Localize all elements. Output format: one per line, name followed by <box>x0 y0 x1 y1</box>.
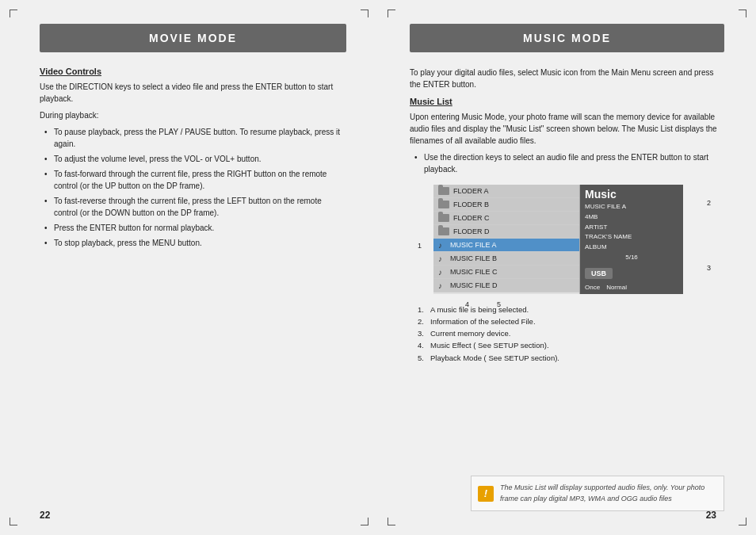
corner-mark-br-r <box>739 518 746 525</box>
music-note-icon-c: ♪ <box>438 268 446 276</box>
numbered-list: 1. A music file is being selected. 2. In… <box>418 304 724 364</box>
music-list-section: Music List Upon entering Music Mode, you… <box>410 97 724 175</box>
music-file-label-c: MUSIC FILE C <box>450 268 498 276</box>
video-controls-section: Video Controls Use the DIRECTION keys to… <box>40 67 346 249</box>
callout-1: 1 <box>418 242 422 250</box>
callout-2: 2 <box>707 199 711 207</box>
bullet-5: Press the ENTER button for normal playba… <box>44 222 346 234</box>
file-list: FLODER A FLODER B FLODER C FLODER D <box>433 185 580 294</box>
normal-label: Normal <box>606 284 627 291</box>
folder-icon-d <box>438 227 449 235</box>
diagram-box: FLODER A FLODER B FLODER C FLODER D <box>433 185 687 294</box>
folder-label-b: FLODER B <box>453 201 489 208</box>
info-album: ALBUM <box>585 243 678 253</box>
right-page-number: 23 <box>706 510 716 521</box>
movie-mode-header: MOVIE MODE <box>40 24 346 52</box>
music-list-title: Music List <box>410 97 724 106</box>
numbered-item-1: 1. A music file is being selected. <box>418 304 724 315</box>
numbered-item-5: 5. Playback Mode ( See SETUP section). <box>418 352 724 364</box>
during-playback-label: During playback: <box>40 109 346 121</box>
info-counter: 5/16 <box>585 253 678 263</box>
corner-mark-tr-r <box>739 10 746 17</box>
corner-mark-tl <box>10 10 17 17</box>
music-bullet-1: Use the direction keys to select an audi… <box>414 151 724 175</box>
left-page: MOVIE MODE Video Controls Use the DIRECT… <box>0 0 378 535</box>
note-text: The Music List will display supported au… <box>500 483 704 503</box>
folder-row-b: FLODER B <box>433 198 579 212</box>
corner-mark-bl-r <box>388 518 395 525</box>
music-file-row-c: ♪ MUSIC FILE C <box>433 266 579 279</box>
music-intro: To play your digital audio files, select… <box>410 67 724 90</box>
corner-mark-tr <box>361 10 368 17</box>
bullet-4: To fast-reverse through the current file… <box>44 195 346 219</box>
bullet-2: To adjust the volume level, press the VO… <box>44 153 346 165</box>
music-note-icon-b: ♪ <box>438 254 446 262</box>
bullet-6: To stop playback, press the MENU button. <box>44 237 346 249</box>
folder-row-a: FLODER A <box>433 185 579 198</box>
bullet-1: To pause playback, press the PLAY / PAUS… <box>44 126 346 150</box>
music-file-row-b: ♪ MUSIC FILE B <box>433 252 579 266</box>
folder-label-a: FLODER A <box>453 187 489 195</box>
corner-mark-bl <box>10 518 17 525</box>
left-page-number: 22 <box>40 510 50 521</box>
numbered-item-2: 2. Information of the selected File. <box>418 315 724 327</box>
info-artist: ARTIST <box>585 223 678 233</box>
folder-label-c: FLODER C <box>453 214 490 222</box>
callout-3: 3 <box>707 264 711 272</box>
music-file-label-b: MUSIC FILE B <box>450 254 497 262</box>
folder-row-d: FLODER D <box>433 225 579 239</box>
music-mode-header: MUSIC MODE <box>410 24 724 52</box>
video-controls-intro: Use the DIRECTION keys to select a video… <box>40 81 346 105</box>
info-track: TRACK'S NAME <box>585 232 678 243</box>
folder-row-c: FLODER C <box>433 212 579 225</box>
video-controls-title: Video Controls <box>40 67 346 76</box>
folder-label-d: FLODER D <box>453 227 490 235</box>
music-file-row-d: ♪ MUSIC FILE D <box>433 279 579 292</box>
music-list-bullets: Use the direction keys to select an audi… <box>410 151 724 175</box>
info-file-name: MUSIC FILE A <box>585 202 678 212</box>
folder-icon-b <box>438 201 449 208</box>
numbered-item-4: 4. Music Effect ( See SETUP section). <box>418 339 724 351</box>
music-note-icon-d: ♪ <box>438 281 446 289</box>
music-note-icon-a: ♪ <box>438 241 446 249</box>
once-label: Once <box>585 284 600 291</box>
info-size: 4MB <box>585 212 678 223</box>
music-diagram-container: 1 2 3 FLODER A FLODER B <box>418 185 711 294</box>
music-list-description: Upon entering Music Mode, your photo fra… <box>410 111 724 147</box>
music-file-label-d: MUSIC FILE D <box>450 281 498 289</box>
bullet-3: To fast-forward through the current file… <box>44 168 346 192</box>
video-controls-bullets: To pause playback, press the PLAY / PAUS… <box>40 126 346 249</box>
usb-badge: USB <box>585 268 613 279</box>
corner-mark-br <box>361 518 368 525</box>
corner-mark-tl-r <box>388 10 395 17</box>
warning-icon: ! <box>478 486 494 502</box>
note-box: ! The Music List will display supported … <box>471 476 724 511</box>
folder-icon-a <box>438 187 449 195</box>
numbered-item-3: 3. Current memory device. <box>418 327 724 339</box>
info-music-title: Music <box>585 188 678 201</box>
playback-row: Once Normal <box>585 284 678 291</box>
folder-icon-c <box>438 214 449 222</box>
right-page: MUSIC MODE To play your digital audio fi… <box>378 0 756 535</box>
info-panel: Music MUSIC FILE A 4MB ARTIST TRACK'S NA… <box>580 185 683 294</box>
music-file-row-a: ♪ MUSIC FILE A <box>433 239 579 252</box>
music-file-label-a: MUSIC FILE A <box>450 241 497 249</box>
